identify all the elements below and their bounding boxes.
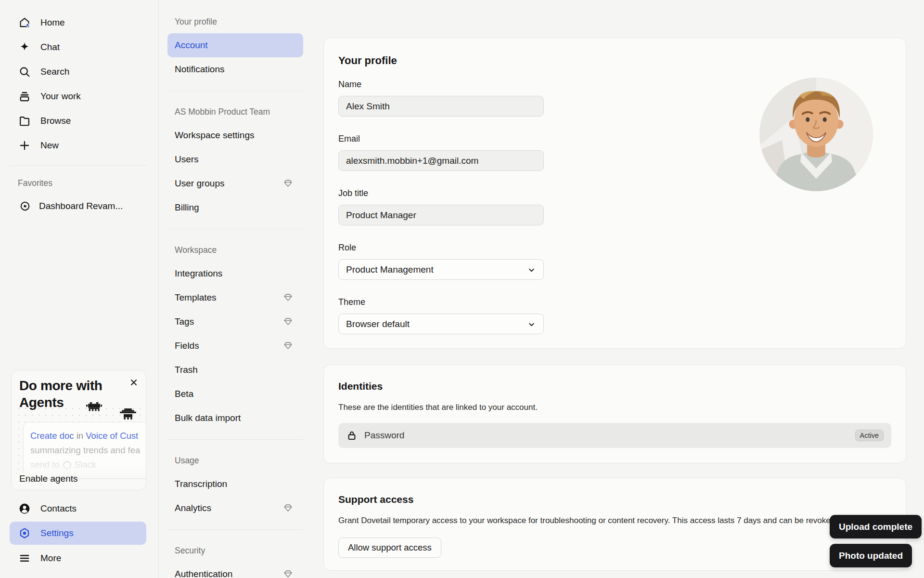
robot-icon <box>86 402 102 413</box>
sidebar-item-label: Browse <box>40 116 71 126</box>
favorites-header: Favorites <box>0 172 158 194</box>
gem-icon <box>283 179 293 187</box>
slack-icon <box>63 461 71 469</box>
support-access-title: Support access <box>338 494 891 505</box>
sidebar-item-contacts[interactable]: Contacts <box>0 496 158 521</box>
settings-nav-users[interactable]: Users <box>167 147 303 171</box>
settings-nav-analytics[interactable]: Analytics <box>167 496 303 520</box>
settings-nav-divider <box>159 81 323 100</box>
favorite-item-label: Dashboard Revam... <box>39 201 123 211</box>
gem-icon <box>283 504 293 512</box>
settings-nav-templates[interactable]: Templates <box>167 286 303 310</box>
gem-icon <box>283 293 293 302</box>
favorite-item-dashboard[interactable]: Dashboard Revam... <box>0 194 158 218</box>
sidebar-item-your-work[interactable]: Your work <box>0 84 158 108</box>
toast-upload-complete[interactable]: Upload complete <box>830 515 922 539</box>
gem-icon <box>283 342 293 350</box>
inbox-tray-icon <box>18 90 31 103</box>
folder-icon <box>18 115 31 127</box>
settings-nav-beta[interactable]: Beta <box>167 382 303 406</box>
menu-icon <box>18 552 31 565</box>
sidebar-item-more[interactable]: More <box>0 546 158 570</box>
settings-nav-bulk-data-import[interactable]: Bulk data import <box>167 406 303 430</box>
sidebar-item-settings[interactable]: Settings <box>10 522 146 545</box>
settings-section-header: Usage <box>159 449 323 472</box>
compass-icon <box>20 201 30 211</box>
settings-nav-divider <box>159 430 323 449</box>
agent-suggestion-card[interactable]: Create doc in Voice of Cust summarizing … <box>23 422 146 479</box>
name-label: Name <box>338 79 544 90</box>
agents-card-title: Do more with Agents <box>19 377 123 411</box>
gem-icon <box>283 570 293 578</box>
role-select[interactable]: Product Management <box>338 259 544 280</box>
job-title-label: Job title <box>338 188 544 198</box>
sidebar-divider <box>10 165 148 166</box>
settings-nav-integrations[interactable]: Integrations <box>167 262 303 286</box>
sidebar-item-label: Chat <box>40 42 60 53</box>
contact-icon <box>18 502 31 515</box>
settings-section-header: Workspace <box>159 238 323 262</box>
sidebar-item-search[interactable]: Search <box>0 59 158 84</box>
sidebar-item-label: Contacts <box>40 503 77 514</box>
email-input[interactable] <box>338 150 544 171</box>
settings-sidebar: Your profile Account Notifications AS Mo… <box>159 0 323 578</box>
settings-nut-icon <box>18 527 31 539</box>
profile-card: Your profile Name Email Job title Role P… <box>323 38 906 349</box>
settings-nav-divider <box>159 220 323 238</box>
job-title-field-group: Job title <box>338 188 544 225</box>
sidebar-item-browse[interactable]: Browse <box>0 108 158 133</box>
sidebar-item-new[interactable]: New <box>0 133 158 158</box>
sidebar-item-chat[interactable]: Chat <box>0 35 158 59</box>
plus-icon <box>18 139 31 152</box>
identities-title: Identities <box>338 381 891 392</box>
email-label: Email <box>338 134 544 144</box>
settings-nav-account[interactable]: Account <box>167 33 303 57</box>
settings-nav-trash[interactable]: Trash <box>167 358 303 382</box>
role-field-group: Role Product Management <box>338 243 544 280</box>
support-access-description: Grant Dovetail temporary access to your … <box>338 516 891 525</box>
primary-sidebar: Home Chat Search Your work Browse New Fa… <box>0 0 159 578</box>
enable-agents-link[interactable]: Enable agents <box>19 473 78 484</box>
search-icon <box>18 66 31 78</box>
settings-nav-divider <box>159 520 323 539</box>
sidebar-item-label: Home <box>40 17 65 28</box>
suggestion-line-2: summarizing trends and fea <box>30 443 146 458</box>
robot-dome-icon <box>119 408 137 421</box>
settings-nav-tags[interactable]: Tags <box>167 310 303 334</box>
suggestion-line-1: Create doc in Voice of Cust <box>30 429 146 443</box>
profile-card-title: Your profile <box>338 54 891 67</box>
settings-nav-user-groups[interactable]: User groups <box>167 171 303 196</box>
name-field-group: Name <box>338 79 544 117</box>
theme-field-group: Theme Browser default <box>338 297 544 334</box>
settings-nav-notifications[interactable]: Notifications <box>167 57 303 81</box>
settings-section-header: Your profile <box>159 10 323 33</box>
settings-nav-workspace-settings[interactable]: Workspace settings <box>167 123 303 147</box>
toast-photo-updated[interactable]: Photo updated <box>830 544 912 567</box>
avatar[interactable] <box>759 78 873 191</box>
agents-promo-card: Do more with Agents Create doc in Voice … <box>11 370 146 490</box>
create-doc-link[interactable]: Create doc <box>30 431 74 441</box>
settings-nav-authentication[interactable]: Authentication <box>167 562 303 578</box>
settings-nav-transcription[interactable]: Transcription <box>167 472 303 496</box>
settings-nav-fields[interactable]: Fields <box>167 334 303 358</box>
status-badge: Active <box>855 430 884 441</box>
allow-support-access-button[interactable]: Allow support access <box>338 538 441 558</box>
theme-select[interactable]: Browser default <box>338 314 544 334</box>
home-icon <box>18 16 31 29</box>
job-title-input[interactable] <box>338 205 544 225</box>
identities-description: These are the identities that are linked… <box>338 403 891 412</box>
suggestion-line-3: send to Slack <box>30 458 146 472</box>
sidebar-item-home[interactable]: Home <box>0 10 158 35</box>
project-link[interactable]: Voice of Cust <box>86 431 138 441</box>
name-input[interactable] <box>338 96 544 117</box>
close-icon[interactable] <box>128 377 139 388</box>
sidebar-item-label: Your work <box>40 91 81 102</box>
email-field-group: Email <box>338 134 544 171</box>
chevron-down-icon <box>526 319 537 329</box>
settings-section-header: AS Mobbin Product Team <box>159 100 323 123</box>
settings-nav-billing[interactable]: Billing <box>167 196 303 220</box>
identities-card: Identities These are the identities that… <box>323 365 906 463</box>
password-identity-row[interactable]: Password Active <box>338 423 891 448</box>
sidebar-bottom-group: Contacts Settings More <box>0 496 158 570</box>
chevron-down-icon <box>526 265 537 275</box>
